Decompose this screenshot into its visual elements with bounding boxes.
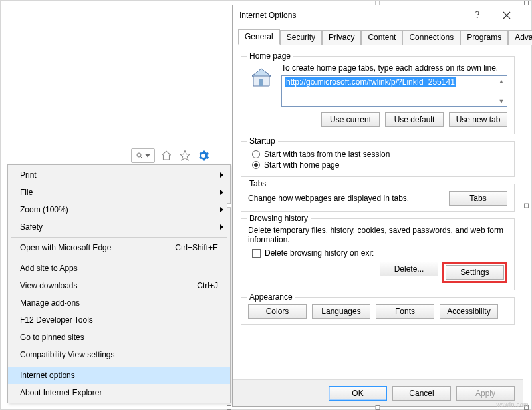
checkbox-icon — [252, 249, 261, 258]
menu-pinned-sites[interactable]: Go to pinned sites — [8, 329, 230, 346]
cancel-button[interactable]: Cancel — [392, 386, 451, 401]
group-legend: Tabs — [247, 179, 269, 188]
checkbox-label: Delete browsing history on exit — [265, 248, 373, 258]
radio-label: Start with tabs from the last session — [264, 150, 390, 159]
group-browsing-history: Browsing history Delete temporary files,… — [241, 218, 515, 290]
languages-button[interactable]: Languages — [312, 304, 370, 319]
menu-open-edge[interactable]: Open with Microsoft EdgeCtrl+Shift+E — [8, 239, 230, 256]
tab-content[interactable]: Content — [361, 30, 402, 45]
menu-compat-view[interactable]: Compatibility View settings — [8, 346, 230, 363]
menu-add-site-apps[interactable]: Add site to Apps — [8, 260, 230, 277]
apply-button[interactable]: Apply — [456, 386, 515, 401]
home-button[interactable] — [159, 148, 174, 163]
checkbox-delete-on-exit[interactable]: Delete browsing history on exit — [252, 248, 507, 258]
help-button[interactable]: ? — [463, 6, 492, 25]
favorites-button[interactable] — [178, 148, 192, 163]
group-startup: Startup Start with tabs from the last se… — [241, 141, 515, 177]
svg-marker-7 — [252, 69, 271, 76]
radio-start-home-page[interactable]: Start with home page — [252, 160, 507, 170]
group-home-page: Home page To create home page tabs, type… — [241, 56, 515, 134]
group-legend: Browsing history — [247, 214, 311, 223]
use-current-button[interactable]: Use current — [321, 112, 380, 127]
accessibility-button[interactable]: Accessibility — [440, 304, 498, 319]
menu-internet-options[interactable]: Internet options — [8, 367, 230, 384]
menu-file[interactable]: File — [8, 184, 230, 201]
menu-view-downloads[interactable]: View downloadsCtrl+J — [8, 277, 230, 294]
group-tabs: Tabs Change how webpages are displayed i… — [241, 184, 515, 212]
scroll-down-icon[interactable]: ▼ — [497, 97, 505, 105]
scroll-up-icon[interactable]: ▲ — [497, 77, 505, 85]
svg-marker-3 — [180, 151, 190, 160]
submenu-arrow-icon — [220, 190, 223, 195]
menu-manage-addons[interactable]: Manage add-ons — [8, 294, 230, 311]
search-box[interactable] — [131, 148, 155, 163]
use-new-tab-button[interactable]: Use new tab — [449, 112, 507, 127]
close-button[interactable] — [492, 6, 521, 25]
close-icon — [503, 11, 511, 19]
tools-button[interactable] — [196, 148, 211, 163]
home-page-icon — [248, 65, 275, 91]
group-legend: Appearance — [247, 292, 295, 302]
use-default-button[interactable]: Use default — [385, 112, 444, 127]
tab-privacy[interactable]: Privacy — [322, 30, 361, 45]
star-icon — [179, 150, 191, 162]
menu-f12[interactable]: F12 Developer Tools — [8, 311, 230, 329]
group-appearance: Appearance Colors Languages Fonts Access… — [241, 297, 515, 325]
dialog-title: Internet Options — [239, 11, 463, 20]
svg-marker-2 — [145, 154, 150, 158]
home-page-hint: To create home page tabs, type each addr… — [281, 63, 507, 73]
browsing-history-text: Delete temporary files, history, cookies… — [248, 226, 507, 244]
history-settings-button[interactable]: Settings — [446, 265, 504, 280]
tab-security[interactable]: Security — [280, 30, 322, 45]
watermark: wsxdn.com — [496, 401, 529, 408]
menu-print[interactable]: Print — [8, 166, 230, 184]
svg-rect-8 — [259, 79, 263, 86]
house-icon — [249, 66, 273, 90]
submenu-arrow-icon — [220, 207, 223, 212]
internet-options-dialog: Internet Options ? General Security Priv… — [232, 5, 523, 407]
radio-label: Start with home page — [264, 160, 339, 170]
menu-separator — [11, 258, 227, 258]
home-icon — [160, 150, 172, 162]
radio-icon — [252, 150, 260, 158]
group-legend: Startup — [247, 136, 278, 146]
tabs-settings-button[interactable]: Tabs — [449, 191, 507, 206]
home-page-url-field[interactable]: http://go.microsoft.com/fwlink/p/?LinkId… — [281, 75, 507, 107]
tab-general[interactable]: General — [238, 29, 280, 45]
tab-programs[interactable]: Programs — [460, 30, 508, 45]
menu-separator — [11, 365, 227, 365]
radio-icon — [252, 161, 260, 169]
delete-history-button[interactable]: Delete... — [380, 262, 438, 276]
tab-connections[interactable]: Connections — [402, 30, 460, 45]
fonts-button[interactable]: Fonts — [376, 304, 434, 319]
titlebar: Internet Options ? — [233, 5, 523, 25]
menu-accel: Ctrl+J — [197, 281, 218, 290]
ie-toolbar — [131, 148, 211, 163]
menu-zoom[interactable]: Zoom (100%) — [8, 201, 230, 218]
ok-button[interactable]: OK — [329, 386, 387, 401]
home-page-url: http://go.microsoft.com/fwlink/p/?LinkId… — [285, 77, 456, 87]
menu-accel: Ctrl+Shift+E — [175, 243, 218, 252]
svg-point-0 — [137, 153, 141, 157]
menu-about-ie[interactable]: About Internet Explorer — [8, 384, 230, 401]
svg-line-1 — [140, 156, 142, 158]
tabs-text: Change how webpages are displayed in tab… — [248, 194, 449, 203]
colors-button[interactable]: Colors — [248, 304, 307, 319]
tab-advanced[interactable]: Advanced — [508, 30, 532, 45]
tab-strip: General Security Privacy Content Connect… — [238, 29, 523, 45]
search-icon — [136, 152, 144, 160]
chevron-down-icon — [145, 153, 150, 158]
radio-start-last-session[interactable]: Start with tabs from the last session — [252, 150, 507, 159]
group-legend: Home page — [247, 51, 293, 61]
dialog-footer: OK Cancel Apply — [233, 379, 523, 406]
submenu-arrow-icon — [220, 224, 223, 230]
menu-safety[interactable]: Safety — [8, 218, 230, 236]
tools-menu: Print File Zoom (100%) Safety Open with … — [7, 164, 231, 403]
settings-highlight: Settings — [442, 262, 507, 283]
menu-separator — [11, 237, 227, 238]
gear-icon — [198, 150, 209, 162]
submenu-arrow-icon — [220, 172, 223, 178]
